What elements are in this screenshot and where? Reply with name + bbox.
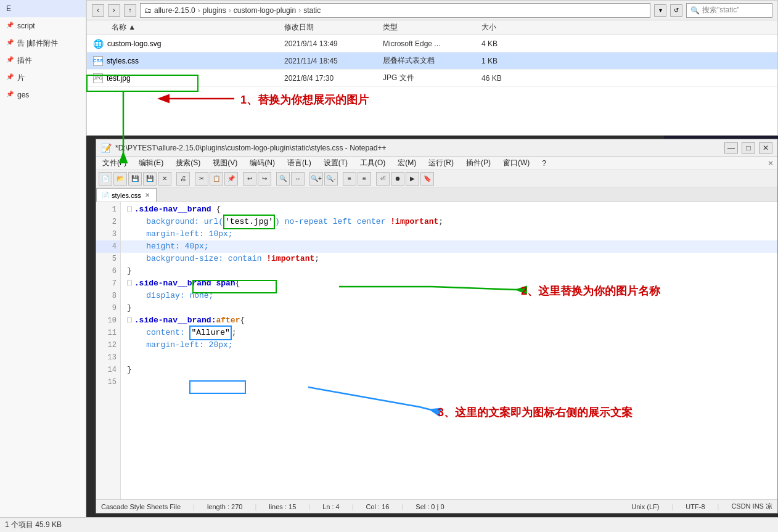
tab-icon: 📄 (102, 192, 109, 198)
nav-forward-btn[interactable]: › (108, 4, 120, 17)
file-row-svg[interactable]: 🌐 custom-logo.svg 2021/9/14 13:49 Micros… (87, 35, 777, 52)
tb-cut[interactable]: ✂ (195, 172, 208, 186)
tb-indent[interactable]: ≡ (343, 172, 356, 186)
tb-close[interactable]: ✕ (158, 172, 171, 186)
sidebar-item-plugin[interactable]: 📌 插件 (0, 52, 86, 69)
nav-dropdown-btn[interactable]: ▾ (654, 4, 666, 17)
line-numbers: 1 2 3 4 5 6 7 8 9 10 11 12 13 14 15 (96, 202, 121, 499)
tb-open[interactable]: 📂 (113, 172, 127, 186)
tb-copy[interactable]: 📋 (210, 172, 223, 186)
line-10: 10 (96, 314, 120, 327)
code-line-12: margin-left: 20px; (121, 339, 777, 351)
maximize-btn[interactable]: □ (742, 142, 755, 153)
close-btn[interactable]: ✕ (759, 142, 772, 153)
sidebar-item-e[interactable]: E (0, 0, 86, 17)
minimize-btn[interactable]: — (724, 142, 738, 153)
tb-find[interactable]: 🔍 (276, 172, 290, 186)
sidebar-item-mail[interactable]: 📌 告 |邮件附件 (0, 35, 86, 52)
file-size-svg: 4 KB (481, 39, 531, 48)
explorer-header: 名称 ▲ 修改日期 类型 大小 (87, 20, 777, 35)
tb-bookmark[interactable]: 🔖 (420, 172, 434, 186)
code-important-2: !important (390, 216, 438, 228)
menu-plugin[interactable]: 插件(P) (464, 157, 493, 169)
fold-icon-10: □ (127, 314, 132, 327)
tb-macro[interactable]: ⏺ (391, 172, 404, 186)
notepad-toolbar: 📄 📂 💾 💾 ✕ 🖨 ✂ 📋 📌 ↩ ↪ 🔍 ↔ 🔍+ 🔍- ≡ ≡ ⏎ ⏺ … (96, 170, 777, 187)
menu-settings[interactable]: 设置(T) (321, 157, 350, 169)
tab-styles-css[interactable]: 📄 styles.css ✕ (96, 188, 157, 202)
menu-encode[interactable]: 编码(N) (247, 157, 277, 169)
col-type-header[interactable]: 类型 (383, 22, 481, 33)
notepad-app-icon: 📝 (101, 143, 112, 153)
css-icon: CSS (93, 56, 103, 66)
nav-back-btn[interactable]: ‹ (92, 4, 104, 17)
file-name-svg: 🌐 custom-logo.svg (87, 39, 284, 49)
code-content: 1 2 3 4 5 6 7 8 9 10 11 12 13 14 15 □ .s… (96, 202, 777, 499)
col-date-header[interactable]: 修改日期 (284, 22, 383, 33)
sidebar-item-pic[interactable]: 📌 片 (0, 69, 86, 86)
code-prop-12: margin-left: 20px; (127, 339, 233, 351)
sidebar-item-script[interactable]: 📌 script (0, 17, 86, 35)
code-selector-1: .side-nav__brand (134, 203, 216, 216)
tb-new[interactable]: 📄 (99, 172, 112, 186)
menu-run[interactable]: 运行(R) (426, 157, 456, 169)
tb-save-all[interactable]: 💾 (143, 172, 157, 186)
menu-macro[interactable]: 宏(M) (395, 157, 419, 169)
menu-tools[interactable]: 工具(O) (358, 157, 388, 169)
code-line-7: □ .side-nav__brand span{ (121, 277, 777, 290)
tb-undo[interactable]: ↩ (243, 172, 256, 186)
file-row-jpg[interactable]: JPG test.jpg 2021/8/4 17:30 JPG 文件 46 KB (87, 70, 777, 87)
tb-save[interactable]: 💾 (128, 172, 142, 186)
tb-zoom-out[interactable]: 🔍- (324, 172, 338, 186)
code-brace-6: } (127, 265, 132, 277)
file-type-css: 层叠样式表文档 (383, 55, 481, 66)
code-line-9: } (121, 302, 777, 314)
tb-unindent[interactable]: ≡ (358, 172, 371, 186)
file-date-svg: 2021/9/14 13:49 (284, 39, 383, 48)
pin-icon-3: 📌 (6, 56, 15, 65)
status-line-ending: Unix (LF) (631, 503, 659, 510)
edge-icon: 🌐 (93, 39, 104, 49)
tb-redo[interactable]: ↪ (258, 172, 271, 186)
status-filetype: Cascade Style Sheets File (101, 503, 181, 510)
tb-wrap[interactable]: ⏎ (376, 172, 390, 186)
code-after-10: after (216, 314, 240, 327)
tb-paste[interactable]: 📌 (224, 172, 238, 186)
line-12: 12 (96, 339, 120, 351)
sidebar-item-ges[interactable]: 📌 ges (0, 86, 86, 104)
menu-lang[interactable]: 语言(L) (285, 157, 314, 169)
line-6: 6 (96, 265, 120, 277)
menu-edit[interactable]: 编辑(E) (136, 157, 166, 169)
tb-zoom-in[interactable]: 🔍+ (309, 172, 323, 186)
code-editor[interactable]: □ .side-nav__brand { background: url('te… (121, 202, 777, 499)
file-type-svg: Microsoft Edge ... (383, 39, 481, 48)
code-line-14: } (121, 364, 777, 376)
tb-print[interactable]: 🖨 (176, 172, 190, 186)
menu-file[interactable]: 文件(F) (100, 157, 129, 169)
code-prop-2: background: url( (127, 216, 223, 228)
tb-replace[interactable]: ↔ (291, 172, 305, 186)
code-line-10: □ .side-nav__brand:after{ (121, 314, 777, 327)
col-size-header[interactable]: 大小 (481, 22, 531, 33)
address-path[interactable]: 🗂 allure-2.15.0 › plugins › custom-logo-… (140, 3, 650, 18)
line-2: 2 (96, 216, 120, 228)
code-brace-14: } (127, 364, 132, 376)
col-name-header[interactable]: 名称 ▲ (87, 22, 284, 33)
nav-up-btn[interactable]: ↑ (124, 4, 136, 17)
status-lines: lines : 15 (269, 503, 296, 510)
search-bar[interactable]: 🔍 搜索"static" (686, 3, 772, 18)
code-prop-2b: ) no-repeat left center (275, 216, 390, 228)
menu-window[interactable]: 窗口(W) (501, 157, 532, 169)
file-row-css[interactable]: CSS styles.css 2021/11/4 18:45 层叠样式表文档 1… (87, 52, 777, 70)
refresh-btn[interactable]: ↺ (670, 4, 682, 17)
pin-icon-5: 📌 (6, 91, 15, 99)
code-prop-5: background-size: contain (127, 253, 266, 265)
file-size-jpg: 46 KB (481, 74, 531, 83)
code-line-3: margin-left: 10px; (121, 228, 777, 240)
menu-view[interactable]: 视图(V) (210, 157, 240, 169)
line-3: 3 (96, 228, 120, 240)
tab-close-btn[interactable]: ✕ (144, 192, 151, 199)
menu-search[interactable]: 搜索(S) (173, 157, 203, 169)
tb-run-macro[interactable]: ▶ (406, 172, 419, 186)
menu-help[interactable]: ? (539, 158, 549, 168)
